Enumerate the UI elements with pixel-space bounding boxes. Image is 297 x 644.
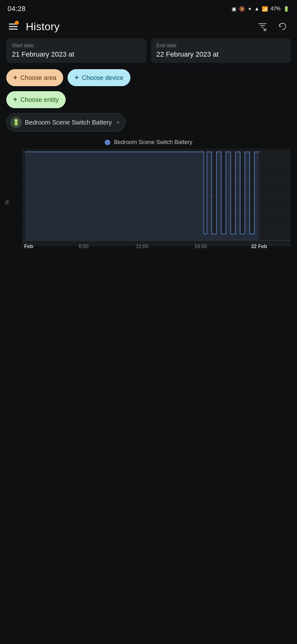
filter-x-icon <box>258 22 267 31</box>
filter-buttons-row-2: + Choose entity <box>6 91 291 108</box>
filter-button[interactable] <box>256 19 269 33</box>
battery-icon: 🔋 <box>283 6 289 12</box>
svg-text:21 Feb: 21 Feb <box>22 243 33 249</box>
header-left: History <box>6 19 60 33</box>
start-date-value: 21 February 2023 at <box>12 50 141 58</box>
svg-text:6:00: 6:00 <box>79 243 88 249</box>
header: History <box>0 16 297 38</box>
bluetooth-icon: ✦ <box>248 6 252 12</box>
choose-device-button[interactable]: + Choose device <box>68 69 130 86</box>
area-button-label: Choose area <box>20 74 57 81</box>
legend-dot <box>105 140 110 145</box>
start-date-label: Start date <box>12 43 141 48</box>
page-title: History <box>26 20 60 33</box>
wifi-icon: ▲ <box>254 6 259 12</box>
header-actions <box>256 19 289 33</box>
notification-dot <box>15 21 19 25</box>
y-axis-label: % <box>4 200 10 204</box>
start-date-field[interactable]: Start date 21 February 2023 at <box>6 38 146 63</box>
status-time: 04:28 <box>8 5 26 13</box>
chart-container: % 100 95 90 <box>6 149 291 256</box>
legend-label: Bedroom Scene Switch Battery <box>114 139 192 146</box>
refresh-button[interactable] <box>276 19 289 33</box>
menu-button[interactable] <box>6 19 20 33</box>
status-icons: ▣ 🔕 ✦ ▲ 📶 47% 🔋 <box>232 6 289 12</box>
svg-text:18:00: 18:00 <box>194 243 207 249</box>
filter-buttons-row: + Choose area + Choose device <box>6 69 291 86</box>
entity-plus-icon: + <box>13 96 17 104</box>
history-chart: 100 95 90 85 80 75 70 <box>22 149 291 256</box>
choose-area-button[interactable]: + Choose area <box>6 69 63 86</box>
battery-text: 47% <box>271 6 281 12</box>
main-content: Start date 21 February 2023 at End date … <box>0 38 297 256</box>
filter-tag-close[interactable]: × <box>116 119 120 126</box>
device-plus-icon: + <box>74 74 79 82</box>
active-filter-row: 🔋 Bedroom Scene Switch Battery × <box>6 113 291 131</box>
status-bar: 04:28 ▣ 🔕 ✦ ▲ 📶 47% 🔋 <box>0 0 297 16</box>
refresh-icon <box>278 22 287 31</box>
svg-text:22 Feb: 22 Feb <box>251 243 267 249</box>
device-button-label: Choose device <box>82 74 123 81</box>
signal-icon: 📶 <box>262 6 268 12</box>
entity-button-label: Choose entity <box>20 96 59 103</box>
svg-text:12:00: 12:00 <box>136 243 148 249</box>
chart-inner: 100 95 90 85 80 75 70 <box>22 149 291 256</box>
filter-tag-label: Bedroom Scene Switch Battery <box>25 119 112 126</box>
sim-icon: ▣ <box>232 6 236 12</box>
chart-legend: Bedroom Scene Switch Battery <box>6 139 291 146</box>
area-plus-icon: + <box>13 74 17 82</box>
active-filter-tag[interactable]: 🔋 Bedroom Scene Switch Battery × <box>6 113 126 131</box>
date-row: Start date 21 February 2023 at End date … <box>6 38 291 63</box>
choose-entity-button[interactable]: + Choose entity <box>6 91 66 108</box>
end-date-field[interactable]: End date 22 February 2023 at <box>151 38 291 63</box>
end-date-value: 22 February 2023 at <box>157 50 285 58</box>
filter-tag-icon: 🔋 <box>10 117 22 128</box>
mute-icon: 🔕 <box>239 6 245 12</box>
end-date-label: End date <box>157 43 285 48</box>
